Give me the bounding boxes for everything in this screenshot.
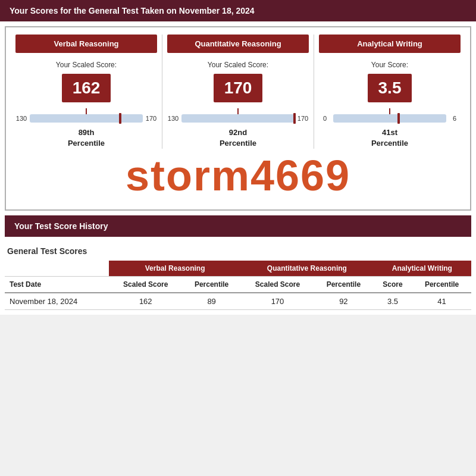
card-header-writing: Analytical Writing xyxy=(319,35,461,53)
cell-test-date: November 18, 2024 xyxy=(5,293,109,310)
connector-verbal xyxy=(86,108,87,114)
score-label-quant: Your Scaled Score: xyxy=(208,60,268,70)
score-value-quant: 170 xyxy=(214,74,263,102)
connector-writing xyxy=(389,108,390,114)
score-cards-container: Verbal Reasoning Your Scaled Score: 162 … xyxy=(11,35,465,149)
bar-min-writing: 0 xyxy=(319,115,331,122)
cell-quant-percentile: 92 xyxy=(314,293,373,310)
table-section: General Test Scores Verbal Reasoning Qua… xyxy=(5,242,471,315)
bar-marker-verbal xyxy=(119,113,121,124)
score-value-writing: 3.5 xyxy=(368,74,412,102)
verbal-group-header: Verbal Reasoning xyxy=(109,261,241,277)
page-wrapper: Your Scores for the General Test Taken o… xyxy=(0,0,476,315)
bar-max-writing: 6 xyxy=(449,115,461,122)
percentile-label-writing: 41stPercentile xyxy=(371,127,408,149)
cell-writing-score: 3.5 xyxy=(373,293,412,310)
header-banner: Your Scores for the General Test Taken o… xyxy=(0,0,476,21)
bar-row-verbal: 130 170 xyxy=(15,114,157,123)
score-card-writing: Analytical Writing Your Score: 3.5 0 6 4… xyxy=(314,35,465,149)
percentile-label-quant: 92ndPercentile xyxy=(220,127,256,149)
writing-group-header: Analytical Writing xyxy=(373,261,471,277)
bar-marker-quant xyxy=(293,113,296,124)
bar-min-quant: 130 xyxy=(167,115,179,122)
bar-row-quant: 130 170 xyxy=(167,114,309,123)
corner-header xyxy=(5,261,109,277)
col-writing-score: Score xyxy=(373,277,412,293)
col-verbal-percentile: Percentile xyxy=(182,277,241,293)
bar-marker-writing xyxy=(397,113,400,124)
bar-max-quant: 170 xyxy=(297,115,309,122)
col-quant-score: Scaled Score xyxy=(241,277,314,293)
table-section-title: General Test Scores xyxy=(5,246,471,256)
score-label-writing: Your Score: xyxy=(371,60,408,70)
watermark-text: storm4669 xyxy=(126,152,350,199)
bar-track-writing xyxy=(333,114,446,123)
col-quant-percentile: Percentile xyxy=(314,277,373,293)
card-header-quant: Quantitative Reasoning xyxy=(167,35,309,53)
watermark: storm4669 xyxy=(11,151,465,200)
card-header-verbal: Verbal Reasoning xyxy=(15,35,157,53)
history-title: Your Test Score History xyxy=(14,221,108,231)
bar-section-quant: 130 170 xyxy=(167,108,309,123)
bar-row-writing: 0 6 xyxy=(319,114,461,123)
percentile-label-verbal: 89thPercentile xyxy=(68,127,105,149)
score-label-verbal: Your Scaled Score: xyxy=(56,60,117,70)
score-cards-wrapper: Verbal Reasoning Your Scaled Score: 162 … xyxy=(5,26,471,211)
cell-quant-score: 170 xyxy=(241,293,314,310)
scores-table: Verbal Reasoning Quantitative Reasoning … xyxy=(5,261,471,310)
quant-group-header: Quantitative Reasoning xyxy=(241,261,373,277)
score-card-quant: Quantitative Reasoning Your Scaled Score… xyxy=(162,35,314,149)
score-value-verbal: 162 xyxy=(62,74,111,102)
cell-verbal-score: 162 xyxy=(109,293,182,310)
header-title: Your Scores for the General Test Taken o… xyxy=(10,6,255,15)
col-test-date: Test Date xyxy=(5,277,109,293)
col-writing-percentile: Percentile xyxy=(412,277,471,293)
history-banner: Your Test Score History xyxy=(5,215,471,237)
bar-min-verbal: 130 xyxy=(15,115,27,122)
group-header-row: Verbal Reasoning Quantitative Reasoning … xyxy=(5,261,471,277)
connector-quant xyxy=(237,108,239,114)
bar-track-verbal xyxy=(30,114,143,123)
bar-section-writing: 0 6 xyxy=(319,108,461,123)
bar-max-verbal: 170 xyxy=(145,115,157,122)
cell-verbal-percentile: 89 xyxy=(182,293,241,310)
score-card-verbal: Verbal Reasoning Your Scaled Score: 162 … xyxy=(11,35,162,149)
cell-writing-percentile: 41 xyxy=(412,293,471,310)
col-verbal-score: Scaled Score xyxy=(109,277,182,293)
col-header-row: Test Date Scaled Score Percentile Scaled… xyxy=(5,277,471,293)
table-row: November 18, 2024 162 89 170 92 3.5 41 xyxy=(5,293,471,310)
bar-track-quant xyxy=(181,114,295,123)
bar-section-verbal: 130 170 xyxy=(15,108,157,123)
